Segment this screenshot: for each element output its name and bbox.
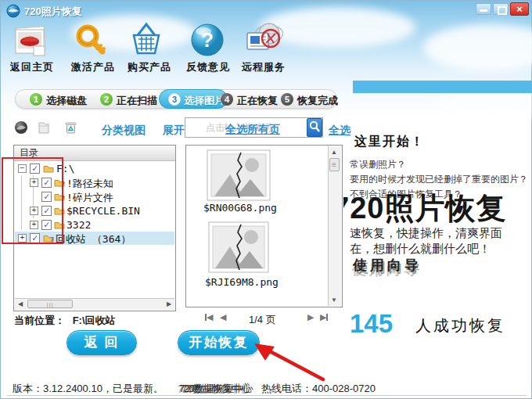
steps-bar: 1 选择磁盘 2 正在扫描 3 选择图片 4 正在恢复 5 恢复完成 <box>15 89 337 109</box>
toolbar-activate-label[interactable]: 激活产品 <box>71 60 115 74</box>
promo-product-title: 720照片恢复 <box>343 189 506 228</box>
hotline-text: 热线电话：400-028-0720 <box>261 382 376 396</box>
step-4-number: 4 <box>221 93 233 106</box>
select-all-pages-link[interactable]: 全选所有页 <box>225 123 280 137</box>
tree-label[interactable]: !路径未知 <box>66 177 113 191</box>
tree-label[interactable]: $RECYCLE.BIN <box>66 205 140 217</box>
tree-label[interactable]: 回收站 （364） <box>56 232 131 246</box>
thumbnail-image[interactable] <box>208 221 269 276</box>
recovered-count-suffix: 人成功恢复 <box>415 315 505 336</box>
checkbox-checked[interactable]: ✓ <box>30 164 40 174</box>
scrollbar-thumb[interactable]: ||| <box>27 300 73 308</box>
tree-row-unknown-path[interactable]: + ✓ ? !路径未知 <box>15 176 174 189</box>
pagination-prev[interactable]: ◀ <box>220 312 226 322</box>
step-4-label: 正在恢复 <box>237 94 278 108</box>
question-icon[interactable]: ? <box>190 23 225 60</box>
search-button[interactable] <box>307 118 322 137</box>
current-location-label: 当前位置： <box>14 315 65 326</box>
key-icon[interactable] <box>73 23 107 62</box>
tree-label[interactable]: !碎片文件 <box>66 191 113 205</box>
checkbox-checked[interactable]: ✓ <box>41 220 52 230</box>
step-1-label: 选择磁盘 <box>46 94 87 108</box>
footer-center-text: 720数据恢复中心 <box>179 382 250 396</box>
promo-start-here: 这里开始！ <box>354 134 425 150</box>
scroll-up-icon[interactable]: ▲ <box>329 147 340 157</box>
recycle-bin-icon[interactable] <box>64 120 77 138</box>
pagination-first[interactable]: ◀ <box>205 312 213 322</box>
checkbox-checked[interactable]: ✓ <box>41 206 52 216</box>
tree-row-3322[interactable]: + ✓ 3322 <box>15 218 174 232</box>
current-location-value: F:\回收站 <box>73 315 116 326</box>
promo-user-guide: 使用向导 <box>353 256 422 275</box>
promo-blue-strip <box>353 81 532 93</box>
horizontal-scrollbar[interactable]: ◀ ||| ▶ <box>15 298 174 310</box>
scroll-left-icon[interactable]: ◀ <box>15 299 26 309</box>
expand-icon[interactable]: + <box>30 207 38 215</box>
tree-header: 目录 <box>14 146 175 161</box>
remote-service-icon[interactable] <box>245 20 284 63</box>
checkbox-checked[interactable]: ✓ <box>41 178 52 188</box>
vertical-scrollbar[interactable]: ▲ ≡ ▼ <box>328 146 341 306</box>
step-5-label: 恢复完成 <box>297 94 338 108</box>
tree-row-fragment-files[interactable]: ✓ ? !碎片文件 <box>15 190 174 203</box>
toolbar-remote-label[interactable]: 远程服务 <box>242 60 286 74</box>
toolbar-feedback-label[interactable]: 反馈意见 <box>186 60 230 74</box>
version-text: 版本：3.12.2400.10，已是最新。 <box>13 382 164 396</box>
view-mode-icon[interactable] <box>13 120 29 138</box>
expand-icon[interactable]: + <box>18 234 27 243</box>
collapse-icon[interactable]: − <box>18 164 27 173</box>
thumbnail-filename[interactable]: $RN00G68.png <box>203 202 277 214</box>
checkbox-checked[interactable]: ✓ <box>41 192 52 202</box>
annotation-red-arrow <box>248 337 326 383</box>
tree-row-recycle-bin-folder[interactable]: + ✓ $RECYCLE.BIN <box>15 204 174 217</box>
close-button[interactable]: × <box>510 2 529 16</box>
pagination-next[interactable]: ▶ <box>307 312 314 322</box>
app-logo-icon <box>6 4 20 21</box>
current-location: 当前位置： F:\回收站 <box>14 314 116 328</box>
folder-icon <box>43 164 54 173</box>
back-button[interactable]: 返 回 <box>66 330 137 355</box>
step-3-number: 3 <box>168 93 181 106</box>
step-3-label: 选择图片 <box>184 94 225 108</box>
step-5-number: 5 <box>281 93 293 106</box>
scroll-right-icon[interactable]: ▶ <box>164 299 174 309</box>
basket-icon[interactable] <box>128 22 164 61</box>
maximize-button[interactable] <box>493 3 509 15</box>
tree-label[interactable]: F:\ <box>56 163 74 174</box>
expand-icon[interactable]: + <box>30 221 38 229</box>
svg-text:?: ? <box>201 28 214 52</box>
minimize-button[interactable] <box>476 3 491 15</box>
magnifier-icon <box>307 119 322 136</box>
cloud-decoration <box>423 24 532 71</box>
step-1-number: 1 <box>30 93 42 106</box>
thumbnail-filename[interactable]: $RJI69M8.png <box>205 276 279 288</box>
directory-tree-panel: 目录 − ✓ F:\ + ✓ ? !路径未知 ✓ ? !碎片文件 + ✓ $RE… <box>13 145 176 311</box>
promo-feature-1: 速恢复，快捷操作，清爽界面 <box>350 226 502 241</box>
checkbox-checked[interactable]: ✓ <box>30 233 40 243</box>
category-view-link[interactable]: 分类视图 <box>102 124 146 138</box>
start-recovery-button[interactable]: 开始恢复 <box>178 330 260 355</box>
toolbar-home-label[interactable]: 返回主页 <box>10 60 54 74</box>
home-photos-icon[interactable] <box>12 24 48 62</box>
thumbnails-panel: $RN00G68.png $RJI69M8.png ▲ ≡ ▼ <box>185 145 343 307</box>
scrollbar-thumb[interactable]: ≡ <box>329 158 340 171</box>
promo-pane: 这里开始！ 常误删照片？ 要用的时候才发现已经删掉了重要的图片？ 不到合适的图片… <box>343 124 532 384</box>
folder-view-icon[interactable] <box>37 120 51 138</box>
window-title: 720照片恢复 <box>24 5 82 19</box>
pagination-label: 1/4 页 <box>249 313 276 327</box>
step-2-label: 正在扫描 <box>117 94 157 108</box>
folder-icon <box>54 206 65 215</box>
expand-icon[interactable]: + <box>30 178 38 187</box>
scroll-down-icon[interactable]: ▼ <box>329 295 340 305</box>
step-3-active-pill: 3 选择图片 <box>159 89 228 109</box>
tree-label[interactable]: 3322 <box>66 219 91 231</box>
tree-row-recycle-station[interactable]: + ✓ ? 回收站 （364） <box>15 232 174 245</box>
toolbar-buy-label[interactable]: 购买产品 <box>128 60 171 74</box>
app-window: 720照片恢复 × 返回主页 激活产品 购买产品 ? 反馈意见 <box>0 0 532 399</box>
pagination-last[interactable]: ▶ <box>320 312 328 322</box>
thumbnail-image[interactable] <box>207 149 271 204</box>
footer-divider <box>7 395 527 396</box>
promo-feature-2: 在，想删什么就删什么吧！ <box>350 242 491 257</box>
tree-row-f-drive[interactable]: − ✓ F:\ <box>15 162 174 175</box>
recovered-count: 145 <box>350 309 393 339</box>
